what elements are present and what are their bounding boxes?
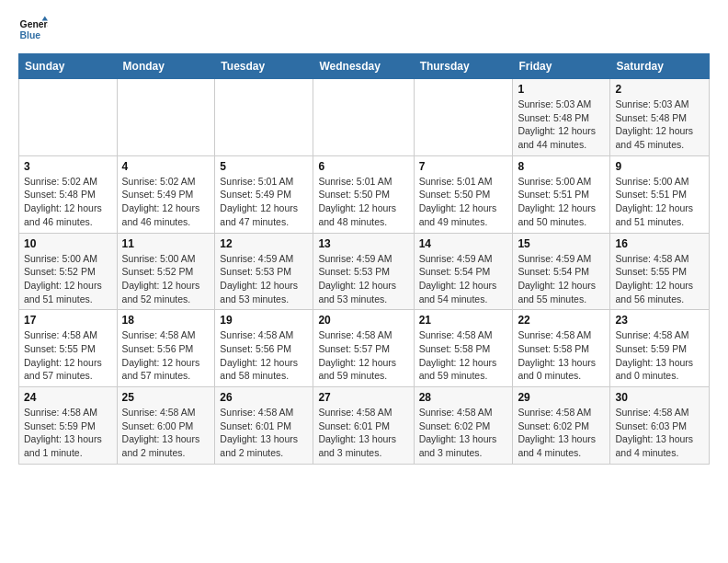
weekday-header-row: SundayMondayTuesdayWednesdayThursdayFrid… — [19, 54, 710, 79]
day-number: 6 — [318, 160, 408, 173]
day-number: 22 — [518, 314, 605, 327]
day-number: 25 — [122, 391, 210, 404]
calendar-cell: 8Sunrise: 5:00 AMSunset: 5:51 PMDaylight… — [513, 155, 610, 233]
day-number: 29 — [518, 391, 605, 404]
calendar-cell — [215, 79, 313, 156]
day-number: 7 — [419, 160, 508, 173]
day-info: Sunrise: 4:58 AMSunset: 5:58 PMDaylight:… — [518, 328, 605, 383]
day-info: Sunrise: 4:58 AMSunset: 5:58 PMDaylight:… — [419, 328, 508, 383]
calendar-cell: 15Sunrise: 4:59 AMSunset: 5:54 PMDayligh… — [513, 233, 610, 310]
week-row-5: 24Sunrise: 4:58 AMSunset: 5:59 PMDayligh… — [19, 387, 710, 465]
day-number: 27 — [318, 391, 408, 404]
header-monday: Monday — [117, 54, 215, 79]
calendar-cell: 10Sunrise: 5:00 AMSunset: 5:52 PMDayligh… — [19, 233, 118, 310]
day-info: Sunrise: 5:01 AMSunset: 5:50 PMDaylight:… — [419, 175, 508, 229]
day-info: Sunrise: 5:01 AMSunset: 5:49 PMDaylight:… — [220, 175, 308, 229]
calendar-cell: 5Sunrise: 5:01 AMSunset: 5:49 PMDaylight… — [215, 155, 313, 233]
day-number: 15 — [518, 237, 605, 250]
week-row-1: 1Sunrise: 5:03 AMSunset: 5:48 PMDaylight… — [19, 79, 710, 156]
calendar-cell: 14Sunrise: 4:59 AMSunset: 5:54 PMDayligh… — [414, 233, 513, 310]
header-tuesday: Tuesday — [215, 54, 313, 79]
day-info: Sunrise: 4:58 AMSunset: 5:56 PMDaylight:… — [220, 328, 308, 383]
day-number: 30 — [615, 391, 704, 404]
calendar-cell: 3Sunrise: 5:02 AMSunset: 5:48 PMDaylight… — [19, 155, 118, 233]
day-number: 8 — [518, 160, 605, 173]
day-number: 12 — [220, 237, 308, 250]
calendar-cell: 25Sunrise: 4:58 AMSunset: 6:00 PMDayligh… — [117, 387, 215, 465]
day-number: 18 — [122, 314, 210, 327]
day-info: Sunrise: 5:02 AMSunset: 5:49 PMDaylight:… — [122, 175, 210, 229]
header-sunday: Sunday — [19, 54, 118, 79]
day-number: 28 — [419, 391, 508, 404]
header-thursday: Thursday — [414, 54, 513, 79]
header: General Blue — [18, 15, 710, 44]
day-number: 19 — [220, 314, 308, 327]
calendar-cell: 30Sunrise: 4:58 AMSunset: 6:03 PMDayligh… — [610, 387, 710, 465]
day-number: 21 — [419, 314, 508, 327]
day-info: Sunrise: 5:00 AMSunset: 5:51 PMDaylight:… — [615, 175, 704, 229]
day-info: Sunrise: 5:00 AMSunset: 5:51 PMDaylight:… — [518, 175, 605, 229]
calendar-cell: 29Sunrise: 4:58 AMSunset: 6:02 PMDayligh… — [513, 387, 610, 465]
calendar-table: SundayMondayTuesdayWednesdayThursdayFrid… — [18, 53, 710, 465]
day-number: 11 — [122, 237, 210, 250]
day-info: Sunrise: 4:58 AMSunset: 6:02 PMDaylight:… — [419, 406, 508, 460]
logo: General Blue — [18, 15, 48, 44]
day-info: Sunrise: 4:58 AMSunset: 6:02 PMDaylight:… — [518, 406, 605, 460]
day-info: Sunrise: 5:00 AMSunset: 5:52 PMDaylight:… — [24, 252, 112, 306]
calendar-cell: 22Sunrise: 4:58 AMSunset: 5:58 PMDayligh… — [513, 310, 610, 387]
calendar-cell: 12Sunrise: 4:59 AMSunset: 5:53 PMDayligh… — [215, 233, 313, 310]
svg-text:Blue: Blue — [20, 30, 41, 40]
week-row-4: 17Sunrise: 4:58 AMSunset: 5:55 PMDayligh… — [19, 310, 710, 387]
day-number: 16 — [615, 237, 704, 250]
logo-icon: General Blue — [18, 15, 48, 44]
calendar-cell: 28Sunrise: 4:58 AMSunset: 6:02 PMDayligh… — [414, 387, 513, 465]
calendar-cell — [313, 79, 414, 156]
calendar-cell: 20Sunrise: 4:58 AMSunset: 5:57 PMDayligh… — [313, 310, 414, 387]
day-number: 5 — [220, 160, 308, 173]
calendar-cell — [19, 79, 118, 156]
calendar-cell: 19Sunrise: 4:58 AMSunset: 5:56 PMDayligh… — [215, 310, 313, 387]
day-info: Sunrise: 5:03 AMSunset: 5:48 PMDaylight:… — [518, 98, 605, 152]
day-number: 26 — [220, 391, 308, 404]
day-info: Sunrise: 4:58 AMSunset: 5:57 PMDaylight:… — [318, 328, 408, 383]
day-number: 1 — [518, 83, 605, 96]
calendar-cell: 11Sunrise: 5:00 AMSunset: 5:52 PMDayligh… — [117, 233, 215, 310]
calendar-cell: 13Sunrise: 4:59 AMSunset: 5:53 PMDayligh… — [313, 233, 414, 310]
calendar-cell: 16Sunrise: 4:58 AMSunset: 5:55 PMDayligh… — [610, 233, 710, 310]
svg-marker-2 — [42, 17, 48, 21]
week-row-2: 3Sunrise: 5:02 AMSunset: 5:48 PMDaylight… — [19, 155, 710, 233]
day-info: Sunrise: 4:58 AMSunset: 6:00 PMDaylight:… — [122, 406, 210, 460]
calendar-cell: 9Sunrise: 5:00 AMSunset: 5:51 PMDaylight… — [610, 155, 710, 233]
header-saturday: Saturday — [610, 54, 710, 79]
day-info: Sunrise: 4:59 AMSunset: 5:53 PMDaylight:… — [220, 252, 308, 306]
calendar-cell: 1Sunrise: 5:03 AMSunset: 5:48 PMDaylight… — [513, 79, 610, 156]
calendar-cell: 21Sunrise: 4:58 AMSunset: 5:58 PMDayligh… — [414, 310, 513, 387]
day-info: Sunrise: 4:58 AMSunset: 5:55 PMDaylight:… — [615, 252, 704, 306]
day-number: 4 — [122, 160, 210, 173]
calendar-cell: 2Sunrise: 5:03 AMSunset: 5:48 PMDaylight… — [610, 79, 710, 156]
week-row-3: 10Sunrise: 5:00 AMSunset: 5:52 PMDayligh… — [19, 233, 710, 310]
day-info: Sunrise: 4:59 AMSunset: 5:54 PMDaylight:… — [419, 252, 508, 306]
day-number: 14 — [419, 237, 508, 250]
day-number: 13 — [318, 237, 408, 250]
day-number: 10 — [24, 237, 112, 250]
day-info: Sunrise: 5:03 AMSunset: 5:48 PMDaylight:… — [615, 98, 704, 152]
day-number: 20 — [318, 314, 408, 327]
day-number: 23 — [615, 314, 704, 327]
calendar-cell — [414, 79, 513, 156]
svg-text:General: General — [20, 19, 48, 29]
day-info: Sunrise: 4:58 AMSunset: 5:56 PMDaylight:… — [122, 328, 210, 383]
day-info: Sunrise: 4:58 AMSunset: 6:01 PMDaylight:… — [318, 406, 408, 460]
day-number: 9 — [615, 160, 704, 173]
day-info: Sunrise: 4:58 AMSunset: 5:59 PMDaylight:… — [615, 328, 704, 383]
day-info: Sunrise: 4:58 AMSunset: 5:59 PMDaylight:… — [24, 406, 112, 460]
calendar-cell: 23Sunrise: 4:58 AMSunset: 5:59 PMDayligh… — [610, 310, 710, 387]
day-info: Sunrise: 5:00 AMSunset: 5:52 PMDaylight:… — [122, 252, 210, 306]
day-number: 17 — [24, 314, 112, 327]
calendar-cell: 4Sunrise: 5:02 AMSunset: 5:49 PMDaylight… — [117, 155, 215, 233]
calendar-cell: 7Sunrise: 5:01 AMSunset: 5:50 PMDaylight… — [414, 155, 513, 233]
day-info: Sunrise: 4:59 AMSunset: 5:53 PMDaylight:… — [318, 252, 408, 306]
day-number: 2 — [615, 83, 704, 96]
day-info: Sunrise: 5:02 AMSunset: 5:48 PMDaylight:… — [24, 175, 112, 229]
page-container: General Blue SundayMondayTuesdayWednesda… — [18, 15, 710, 465]
